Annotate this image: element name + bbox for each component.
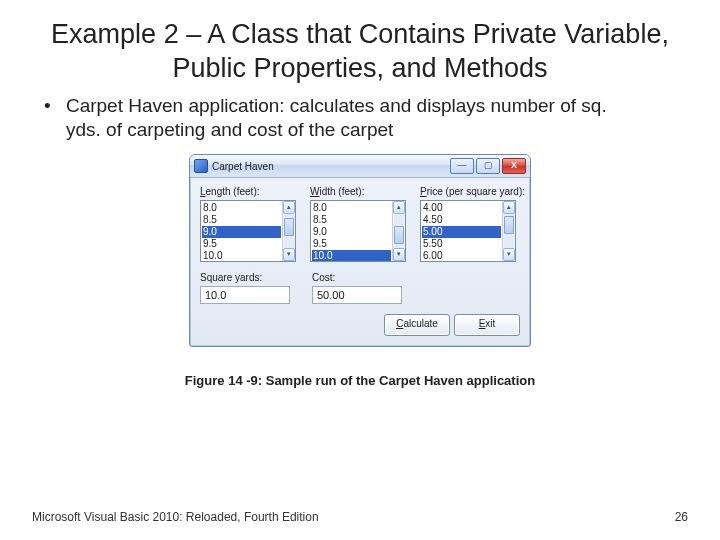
maximize-button[interactable]: ▢ — [476, 158, 500, 174]
scroll-up-icon[interactable]: ▴ — [503, 201, 515, 214]
list-item[interactable]: 8.5 — [313, 214, 390, 226]
list-item[interactable]: 8.0 — [313, 202, 390, 214]
scroll-down-icon[interactable]: ▾ — [393, 248, 405, 261]
exit-button[interactable]: Exit — [454, 314, 520, 336]
cost-output: 50.00 — [312, 286, 402, 304]
page-number: 26 — [675, 510, 688, 524]
calculate-button[interactable]: Calculate — [384, 314, 450, 336]
price-listbox[interactable]: 4.004.505.005.506.00 ▴ ▾ — [420, 200, 516, 262]
list-item[interactable]: 8.5 — [203, 214, 280, 226]
scroll-down-icon[interactable]: ▾ — [283, 248, 295, 261]
list-item[interactable]: 5.00 — [422, 226, 501, 238]
close-button[interactable]: X — [502, 158, 526, 174]
footer-left: Microsoft Visual Basic 2010: Reloaded, F… — [32, 510, 319, 524]
list-item[interactable]: 9.5 — [203, 238, 280, 250]
app-window: Carpet Haven — ▢ X Length (feet): 8.08.5… — [189, 154, 531, 347]
bullet-row: • Carpet Haven application: calculates a… — [44, 94, 676, 143]
cost-label: Cost: — [312, 272, 402, 283]
slide-title: Example 2 – A Class that Contains Privat… — [40, 18, 680, 86]
square-yards-label: Square yards: — [200, 272, 290, 283]
list-item[interactable]: 4.50 — [423, 214, 500, 226]
bullet-text: Carpet Haven application: calculates and… — [66, 94, 646, 143]
width-listbox[interactable]: 8.08.59.09.510.0 ▴ ▾ — [310, 200, 406, 262]
list-item[interactable]: 5.50 — [423, 238, 500, 250]
length-scrollbar[interactable]: ▴ ▾ — [282, 201, 295, 261]
price-label: Price (per square yard): — [420, 186, 520, 197]
bullet-dot: • — [44, 94, 51, 118]
minimize-button[interactable]: — — [450, 158, 474, 174]
figure-caption: Figure 14 -9: Sample run of the Carpet H… — [0, 373, 720, 388]
window-title: Carpet Haven — [212, 161, 450, 172]
width-scrollbar[interactable]: ▴ ▾ — [392, 201, 405, 261]
list-item[interactable]: 9.5 — [313, 238, 390, 250]
app-icon — [194, 159, 208, 173]
scroll-down-icon[interactable]: ▾ — [503, 248, 515, 261]
length-label: Length (feet): — [200, 186, 300, 197]
list-item[interactable]: 6.00 — [423, 250, 500, 261]
list-item[interactable]: 10.0 — [203, 250, 280, 261]
list-item[interactable]: 4.00 — [423, 202, 500, 214]
list-item[interactable]: 8.0 — [203, 202, 280, 214]
price-scrollbar[interactable]: ▴ ▾ — [502, 201, 515, 261]
list-item[interactable]: 9.0 — [202, 226, 281, 238]
width-label: Width (feet): — [310, 186, 410, 197]
titlebar: Carpet Haven — ▢ X — [190, 155, 530, 178]
scroll-up-icon[interactable]: ▴ — [393, 201, 405, 214]
length-listbox[interactable]: 8.08.59.09.510.0 ▴ ▾ — [200, 200, 296, 262]
scroll-up-icon[interactable]: ▴ — [283, 201, 295, 214]
list-item[interactable]: 10.0 — [312, 250, 391, 261]
list-item[interactable]: 9.0 — [313, 226, 390, 238]
square-yards-output: 10.0 — [200, 286, 290, 304]
